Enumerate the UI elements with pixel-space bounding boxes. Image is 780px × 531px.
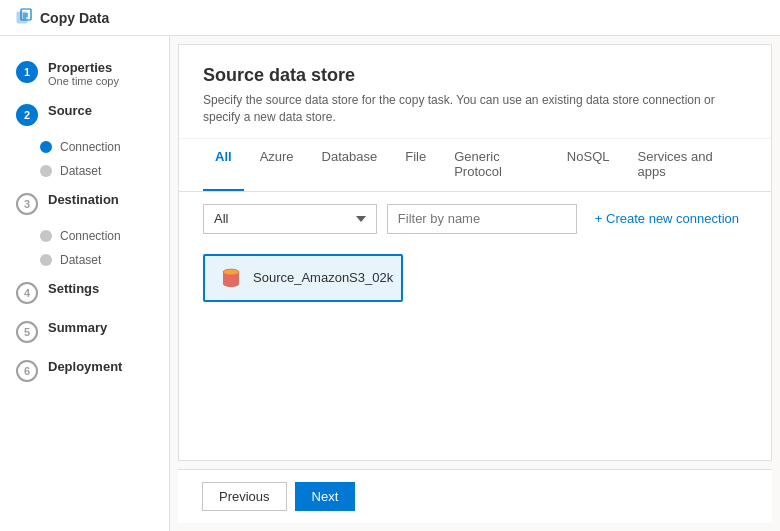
source-sub-items: Connection Dataset [0,138,169,180]
sidebar-item-settings[interactable]: 4 Settings [0,273,169,312]
source-dataset-dot [40,165,52,177]
sidebar-item-source[interactable]: 2 Source [0,95,169,134]
copy-data-icon [16,8,32,28]
sidebar-label-summary: Summary [48,320,107,335]
main-layout: 1 Properties One time copy 2 Source Conn… [0,36,780,531]
destination-connection-dot [40,230,52,242]
sidebar-label-destination: Destination [48,192,119,207]
step-circle-5: 5 [16,321,38,343]
tab-file[interactable]: File [393,139,438,191]
tab-nosql[interactable]: NoSQL [555,139,622,191]
step-circle-4: 4 [16,282,38,304]
card-label-amazons3: Source_AmazonS3_02k [253,270,393,285]
sidebar-item-deployment[interactable]: 6 Deployment [0,351,169,390]
destination-dataset-item[interactable]: Dataset [40,251,169,269]
step-circle-2: 2 [16,104,38,126]
destination-sub-items: Connection Dataset [0,227,169,269]
sidebar: 1 Properties One time copy 2 Source Conn… [0,36,170,531]
name-filter-input[interactable] [387,204,577,234]
cards-area: Source_AmazonS3_02k [179,246,771,460]
source-dataset-item[interactable]: Dataset [40,162,169,180]
tab-bar: All Azure Database File Generic Protocol… [179,139,771,192]
step-circle-6: 6 [16,360,38,382]
filter-area: All Azure AWS Google + Create new connec… [179,192,771,246]
sidebar-label-settings: Settings [48,281,99,296]
data-card-amazons3[interactable]: Source_AmazonS3_02k [203,254,403,302]
source-dataset-label: Dataset [60,164,101,178]
step-circle-3: 3 [16,193,38,215]
tab-services-and-apps[interactable]: Services and apps [626,139,744,191]
next-button[interactable]: Next [295,482,356,511]
destination-connection-label: Connection [60,229,121,243]
source-connection-item[interactable]: Connection [40,138,169,156]
destination-dataset-label: Dataset [60,253,101,267]
page-title: Source data store [203,65,747,86]
source-connection-label: Connection [60,140,121,154]
content-area: Source data store Specify the source dat… [170,36,780,531]
create-new-connection-button[interactable]: + Create new connection [587,207,747,230]
top-bar: Copy Data [0,0,780,36]
sidebar-item-properties[interactable]: 1 Properties One time copy [0,52,169,95]
step-circle-1: 1 [16,61,38,83]
previous-button[interactable]: Previous [202,482,287,511]
tab-all[interactable]: All [203,139,244,191]
amazons3-icon [219,266,243,290]
sidebar-item-summary[interactable]: 5 Summary [0,312,169,351]
tab-generic-protocol[interactable]: Generic Protocol [442,139,551,191]
destination-dataset-dot [40,254,52,266]
type-filter-dropdown[interactable]: All Azure AWS Google [203,204,377,234]
content-inner: Source data store Specify the source dat… [178,44,772,461]
page-description: Specify the source data store for the co… [203,92,747,126]
app-title: Copy Data [40,10,109,26]
tab-database[interactable]: Database [310,139,390,191]
tab-azure[interactable]: Azure [248,139,306,191]
source-connection-dot [40,141,52,153]
sidebar-label-deployment: Deployment [48,359,122,374]
sidebar-label-properties: Properties [48,60,119,75]
bottom-bar: Previous Next [178,469,772,523]
destination-connection-item[interactable]: Connection [40,227,169,245]
sidebar-item-destination[interactable]: 3 Destination [0,184,169,223]
content-header: Source data store Specify the source dat… [179,45,771,139]
sidebar-label-source: Source [48,103,92,118]
sidebar-sublabel-properties: One time copy [48,75,119,87]
